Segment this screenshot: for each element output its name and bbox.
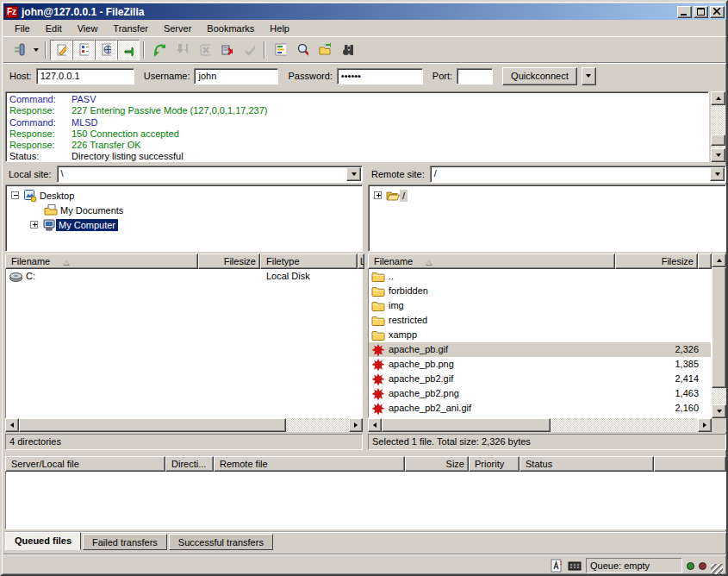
quickconnect-button[interactable]: Quickconnect [502,67,577,85]
scroll-up-button[interactable] [711,91,725,105]
menu-transfer[interactable]: Transfer [105,22,156,35]
scrollbar-thumb[interactable] [19,418,286,432]
local-site-combo[interactable]: \ [57,166,363,183]
file-search-icon [296,42,308,58]
cancel-operation-button[interactable] [193,40,215,60]
file-size: 2,326 [616,342,699,357]
remote-list-vscrollbar[interactable] [712,254,726,418]
local-site-dropdown-button[interactable] [346,167,361,181]
message-log[interactable]: Command:PASV Response:227 Entering Passi… [5,91,709,162]
host-input[interactable] [36,68,134,85]
scrollbar-thumb[interactable] [712,267,726,388]
expand-icon[interactable] [30,221,38,229]
toggle-local-tree-button[interactable] [72,40,95,60]
scrollbar-thumb[interactable] [711,135,725,146]
compare-directories-button[interactable] [314,40,336,60]
maximize-button[interactable] [694,6,708,18]
file-search-button[interactable] [291,40,314,60]
tree-item-my-documents[interactable]: My Documents [44,203,126,217]
close-button[interactable] [710,6,725,18]
log-text: 150 Connection accepted [72,128,179,140]
port-input[interactable] [457,68,493,85]
remote-file-row[interactable]: restricted [369,313,711,328]
scroll-right-button[interactable] [349,418,363,432]
tab-successful-transfers[interactable]: Successful transfers [169,534,273,550]
file-size: 1,463 [616,386,699,401]
transfer-queue-list[interactable] [5,472,726,529]
scroll-right-button[interactable] [698,418,712,432]
local-site-bar: Local site: \ [5,166,363,183]
column-header-priority[interactable]: Priority [469,456,520,472]
scroll-down-button[interactable] [711,148,725,162]
tree-item-root[interactable]: / [374,188,408,203]
collapse-icon[interactable] [11,191,19,199]
column-header-filename[interactable]: Filename [5,254,198,269]
log-text: MLSD [72,117,98,128]
column-header-filesize[interactable]: Filesize [198,254,260,269]
filter-button[interactable] [269,40,291,60]
username-input[interactable] [194,68,278,85]
remote-tree-toggle-icon [101,42,111,58]
tree-item-my-computer[interactable]: My Computer [30,217,118,232]
remote-file-row[interactable]: forbidden [369,284,711,298]
password-input[interactable] [337,68,423,85]
column-header-filename[interactable]: Filename [368,254,615,269]
log-scrollbar[interactable] [711,91,725,162]
remote-file-row[interactable]: xampp [369,328,711,342]
column-header-filetype[interactable]: Filetype [260,254,358,269]
scroll-left-button[interactable] [368,418,382,432]
scroll-down-button[interactable] [712,404,726,418]
column-header-remote-file[interactable]: Remote file [214,456,405,472]
remote-list-hscrollbar[interactable] [368,418,712,432]
remote-file-row-selected[interactable]: apache_pb.gif2,326 [369,342,711,357]
scrollbar-thumb[interactable] [382,418,551,432]
tree-item-desktop[interactable]: Desktop [11,188,77,203]
minimize-button[interactable] [677,6,692,18]
local-list-hscrollbar[interactable] [5,418,363,432]
site-manager-dropdown-button[interactable] [30,40,41,60]
local-tree-toggle-icon [78,42,89,58]
quickconnect-dropdown-button[interactable] [582,67,596,85]
synchronized-browsing-button[interactable] [336,40,358,60]
title-bar[interactable]: Fz john@127.0.0.1 - FileZilla [3,3,726,20]
menu-view[interactable]: View [70,22,106,35]
column-header-server-local-file[interactable]: Server/Local file [5,456,165,472]
scroll-up-button[interactable] [712,254,726,267]
menu-edit[interactable]: Edit [38,22,70,35]
refresh-button[interactable] [148,40,171,60]
menu-server[interactable]: Server [156,22,199,35]
menu-file[interactable]: File [7,22,38,35]
sort-ascending-icon [62,256,69,265]
disconnect-button[interactable] [215,40,238,60]
tab-failed-transfers[interactable]: Failed transfers [83,534,167,550]
column-header-filesize[interactable]: Filesize [615,254,698,269]
remote-file-row[interactable]: .. [369,269,711,284]
remote-file-row[interactable]: apache_pb2.gif2,414 [369,372,711,386]
remote-file-row[interactable]: img [369,298,711,313]
toolbar-separator [45,41,47,59]
toggle-message-log-button[interactable] [50,40,72,60]
remote-site-combo[interactable]: / [430,166,726,183]
column-header-direction[interactable]: Directi... [165,456,214,472]
file-name: apache_pb2.gif [389,372,453,386]
remote-file-row[interactable]: apache_pb.png1,385 [369,357,711,372]
resize-grip[interactable] [711,564,723,576]
scroll-left-button[interactable] [5,418,19,432]
process-queue-button[interactable] [171,40,193,60]
menu-bookmarks[interactable]: Bookmarks [199,22,262,35]
apply-button[interactable] [238,40,260,60]
remote-file-row[interactable]: apache_pb2.png1,463 [369,386,711,401]
remote-file-row[interactable]: apache_pb2_ani.gif2,160 [369,401,711,416]
toggle-remote-tree-button[interactable] [95,40,117,60]
menu-help[interactable]: Help [262,22,297,35]
apache-image-icon [371,343,385,357]
expand-icon[interactable] [374,191,382,199]
site-manager-button[interactable] [8,40,30,60]
local-file-row[interactable]: C: Local Disk [6,269,362,284]
column-header-lastmodified[interactable]: L [358,254,364,269]
toggle-transfer-queue-button[interactable] [117,40,140,60]
remote-site-dropdown-button[interactable] [710,167,725,181]
tab-queued-files[interactable]: Queued files [5,532,81,550]
column-header-size[interactable]: Size [405,456,469,472]
column-header-status[interactable]: Status [520,456,654,472]
